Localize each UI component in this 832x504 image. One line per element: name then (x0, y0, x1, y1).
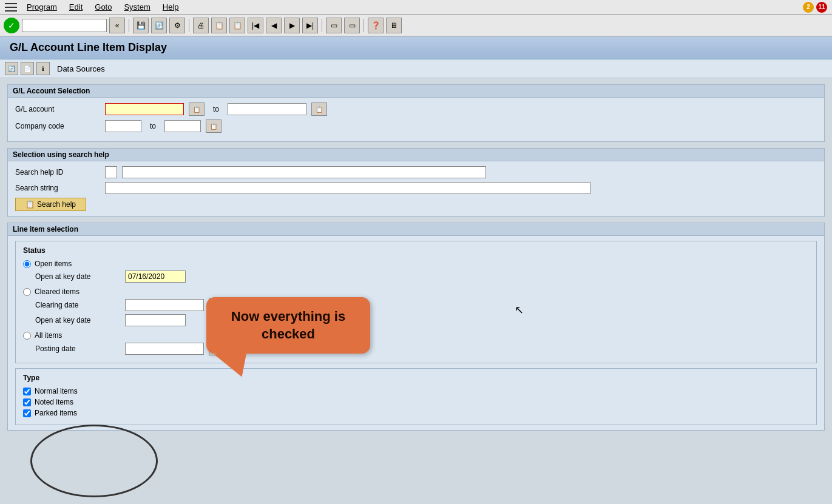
open-at-key-date-row: Open at key date (35, 270, 809, 283)
sub-refresh-btn[interactable]: 🔄 (5, 62, 18, 75)
separator-1 (129, 19, 129, 32)
parked-items-label[interactable]: Parked items (35, 409, 77, 417)
search-help-id-input[interactable] (122, 166, 486, 178)
paste-button[interactable]: 📋 (229, 18, 245, 33)
menu-bar: Program Edit Goto System Help (27, 2, 179, 12)
open-items-radio[interactable] (23, 260, 31, 268)
callout-container: Now everything is checked (206, 297, 370, 378)
gl-account-selection-section: G/L Account Selection G/L account 📋 to 📋… (7, 84, 825, 142)
search-help-btn-label: Search help (37, 200, 76, 209)
menu-edit[interactable]: Edit (69, 2, 83, 12)
all-items-radio[interactable] (23, 332, 31, 340)
parked-items-checkbox[interactable] (23, 409, 31, 417)
save-button[interactable]: 💾 (133, 18, 149, 33)
search-help-button[interactable]: 📋 Search help (15, 198, 86, 211)
search-help-btn-icon: 📋 (25, 200, 35, 209)
layout-btn2[interactable]: ▭ (344, 18, 360, 33)
clearing-date-row: Clearing date 📋 (35, 298, 809, 312)
gl-account-label: G/L account (15, 105, 100, 113)
company-code-to-input[interactable] (164, 120, 201, 132)
line-item-selection-section: Line item selection Status Open items Op… (7, 223, 825, 431)
sub-page-btn[interactable]: 📄 (21, 62, 34, 75)
type-header: Type (23, 374, 809, 382)
badge-11: 11 (816, 2, 827, 13)
open-at-key-date-label: Open at key date (35, 272, 120, 281)
normal-items-row: Normal items (23, 387, 809, 395)
app-menu-icon[interactable] (5, 3, 17, 12)
refresh-button[interactable]: 🔃 (151, 18, 167, 33)
clearing-date-label: Clearing date (35, 301, 120, 309)
gl-account-row: G/L account 📋 to 📋 (15, 102, 817, 116)
callout-bubble: Now everything is checked (206, 297, 370, 354)
main-content: G/L Account Selection G/L account 📋 to 📋… (0, 78, 832, 443)
clearing-date-from-input[interactable] (125, 299, 204, 311)
monitor-button[interactable]: 🖥 (386, 18, 402, 33)
layout-btn1[interactable]: ▭ (326, 18, 342, 33)
copy-button[interactable]: 📋 (211, 18, 227, 33)
company-code-from-input[interactable] (105, 120, 141, 132)
separator-4 (364, 19, 364, 32)
line-item-section-header: Line item selection (8, 223, 824, 236)
print-button[interactable]: 🖨 (193, 18, 209, 33)
gl-section-content: G/L account 📋 to 📋 Company code to 📋 (8, 98, 824, 141)
top-bar-right: 2 11 (803, 2, 827, 13)
menu-help[interactable]: Help (163, 2, 179, 12)
menu-program[interactable]: Program (27, 2, 57, 12)
status-group: Status Open items Open at key date Clear… (15, 241, 817, 363)
page-title-bar: G/L Account Line Item Display (0, 36, 832, 59)
gl-account-to-label: to (213, 105, 219, 113)
company-code-label: Company code (15, 122, 100, 130)
config-button[interactable]: ⚙ (169, 18, 185, 33)
transaction-input[interactable] (22, 19, 107, 32)
status-header: Status (23, 246, 809, 255)
menu-goto[interactable]: Goto (95, 2, 112, 12)
separator-3 (322, 19, 322, 32)
prev-button[interactable]: « (109, 18, 125, 33)
search-help-id-row: Search help ID (15, 166, 817, 178)
posting-date-from-input[interactable] (125, 343, 204, 355)
nav-next[interactable]: ▶ (284, 18, 300, 33)
noted-items-label[interactable]: Noted items (35, 398, 73, 406)
posting-date-label: Posting date (35, 344, 120, 353)
nav-first[interactable]: |◀ (248, 18, 263, 33)
all-items-label[interactable]: All items (35, 331, 62, 340)
cleared-items-radio[interactable] (23, 288, 31, 296)
posting-date-row: Posting date 📋 (35, 342, 809, 355)
open-at-key-date2-label: Open at key date (35, 316, 120, 324)
sub-toolbar: 🔄 📄 ℹ Data Sources (0, 59, 832, 78)
open-items-row: Open items (23, 260, 809, 268)
nav-prev[interactable]: ◀ (266, 18, 282, 33)
company-code-select-btn[interactable]: 📋 (206, 119, 222, 133)
noted-items-row: Noted items (23, 398, 809, 406)
gl-account-from-input[interactable] (105, 103, 184, 115)
gl-account-to-input[interactable] (228, 103, 306, 115)
badge-2: 2 (803, 2, 814, 13)
nav-last[interactable]: ▶| (302, 18, 318, 33)
separator-2 (189, 19, 189, 32)
sub-info-btn[interactable]: ℹ (36, 62, 50, 75)
normal-items-label[interactable]: Normal items (35, 387, 78, 395)
search-help-section: Selection using search help Search help … (7, 148, 825, 217)
green-check-button[interactable]: ✓ (4, 18, 19, 33)
top-menu-bar: Program Edit Goto System Help 2 11 (0, 0, 832, 15)
company-code-to-label: to (150, 122, 156, 130)
noted-items-checkbox[interactable] (23, 398, 31, 406)
open-at-key-date2-input[interactable] (125, 314, 186, 326)
cleared-items-row: Cleared items (23, 287, 809, 296)
all-items-row: All items (23, 331, 809, 340)
parked-items-row: Parked items (23, 409, 809, 417)
help-button[interactable]: ❓ (368, 18, 384, 33)
normal-items-checkbox[interactable] (23, 388, 31, 395)
search-help-id-checkbox-input[interactable] (105, 166, 117, 178)
cleared-items-label[interactable]: Cleared items (35, 287, 79, 296)
search-help-id-label: Search help ID (15, 168, 100, 176)
search-string-input[interactable] (105, 182, 590, 194)
gl-account-select-btn[interactable]: 📋 (189, 102, 205, 116)
gl-account-select-to-btn[interactable]: 📋 (311, 102, 327, 116)
open-items-label[interactable]: Open items (35, 260, 72, 268)
page-title: G/L Account Line Item Display (10, 41, 167, 53)
open-at-key-date-input[interactable] (125, 270, 186, 283)
line-item-content: Status Open items Open at key date Clear… (8, 236, 824, 430)
menu-system[interactable]: System (124, 2, 150, 12)
search-string-row: Search string (15, 182, 817, 194)
